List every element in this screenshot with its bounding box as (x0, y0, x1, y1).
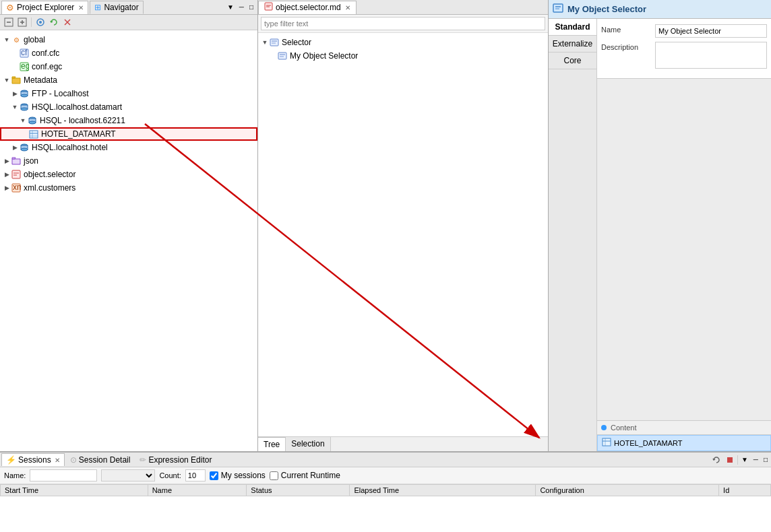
props-left-tabs: Standard Externalize Core (549, 19, 597, 451)
tab-session-detail[interactable]: ⊙ Session Detail (66, 454, 135, 466)
field-row-name: Name (601, 24, 767, 38)
field-name-input[interactable] (655, 24, 767, 38)
editor-tab-object-selector[interactable]: object.selector.md ✕ (258, 1, 357, 14)
object-selector-icon (11, 169, 22, 180)
sessions-count-input[interactable] (185, 469, 206, 481)
sessions-toolbar: Name: Count: My sessions Current Runtime (0, 467, 771, 484)
my-sessions-check-label[interactable]: My sessions (210, 471, 266, 480)
bottom-tab-bar: ⚡ Sessions ✕ ⊙ Session Detail ✏ Expressi… (0, 453, 771, 467)
field-desc-input[interactable] (655, 42, 767, 69)
tab-navigator-label: Navigator (104, 3, 138, 12)
content-header: Content (597, 420, 771, 435)
sessions-maximize-btn[interactable]: □ (762, 456, 770, 463)
expand-hsql-datamart[interactable]: ▼ (11, 104, 19, 110)
tree-item-object-selector[interactable]: ▶ object.selector (0, 168, 257, 181)
expand-xml-customers[interactable]: ▶ (3, 185, 11, 191)
sessions-name-input[interactable] (30, 469, 97, 481)
expand-ftp[interactable]: ▶ (11, 90, 19, 97)
close-sessions-tab[interactable]: ✕ (55, 457, 60, 464)
hsql-62211-icon (27, 115, 38, 126)
tree-label-xml-customers: xml.customers (24, 183, 75, 193)
sessions-stop-btn[interactable] (724, 454, 736, 466)
filter-input[interactable] (261, 17, 545, 30)
props-fields: Name Description (597, 19, 771, 78)
expand-metadata[interactable]: ▼ (3, 77, 11, 84)
tab-tree[interactable]: Tree (258, 437, 286, 451)
current-runtime-checkbox[interactable] (270, 471, 278, 480)
current-runtime-label: Current Runtime (281, 471, 340, 480)
field-row-description: Description (601, 42, 767, 69)
tab-standard[interactable]: Standard (549, 19, 596, 36)
json-icon (11, 156, 22, 166)
tree-item-metadata[interactable]: ▼ Metadata (0, 73, 257, 87)
tree-label-conf-egc: conf.egc (32, 62, 62, 71)
content-label: Content (611, 424, 637, 432)
expand-object-selector[interactable]: ▶ (3, 171, 11, 178)
col-name: Name (148, 485, 247, 496)
svg-point-19 (29, 121, 36, 124)
tree-label-hsql-62211: HSQL - localhost.62211 (40, 116, 125, 125)
new-connection-btn[interactable] (34, 16, 47, 28)
content-item[interactable]: HOTEL_DATAMART (597, 435, 771, 451)
expand-selector-root[interactable]: ▼ (261, 39, 269, 46)
tree-item-json[interactable]: ▶ json (0, 154, 257, 168)
sessions-filter-select[interactable] (101, 469, 155, 481)
collapse-all-btn[interactable] (3, 16, 15, 28)
tab-session-detail-label: Session Detail (79, 455, 131, 465)
svg-rect-44 (603, 438, 611, 446)
svg-rect-20 (30, 131, 38, 138)
editor-tree-my-object-selector[interactable]: My Object Selector (258, 49, 548, 63)
tree-item-ftp[interactable]: ▶ FTP - Localhost (0, 87, 257, 100)
refresh-btn[interactable] (48, 16, 60, 28)
editor-tree-selector-root[interactable]: ▼ Selector (258, 36, 548, 49)
tab-navigator[interactable]: ⊞ Navigator (90, 1, 143, 14)
tab-sessions-label: Sessions (18, 455, 51, 465)
expand-hsql-hotel[interactable]: ▶ (11, 144, 19, 151)
panel-minimize-btn[interactable]: ─ (237, 3, 247, 11)
my-sessions-checkbox[interactable] (210, 471, 218, 480)
expand-all-btn[interactable] (16, 16, 28, 28)
expand-global[interactable]: ▼ (3, 36, 11, 43)
tree-item-hsql-62211[interactable]: ▼ HSQL - localhost.62211 (0, 114, 257, 127)
tree-item-xml-customers[interactable]: ▶ xml xml.customers (0, 181, 257, 195)
tree-label-ftp: FTP - Localhost (32, 89, 88, 98)
tab-core-label: Core (563, 56, 581, 65)
tree-item-conf-cfc[interactable]: cf conf.cfc (0, 46, 257, 60)
tab-expression-editor-label: Expression Editor (148, 455, 212, 465)
tab-core[interactable]: Core (549, 53, 596, 69)
sessions-menu-btn[interactable]: ▼ (739, 456, 750, 463)
props-header: My Object Selector (549, 0, 771, 19)
tab-sessions[interactable]: ⚡ Sessions ✕ (1, 453, 65, 466)
svg-rect-41 (553, 4, 563, 12)
tab-project-explorer[interactable]: ⚙ Project Explorer ✕ (1, 1, 88, 14)
col-status: Status (247, 485, 350, 496)
selector-folder-icon (269, 37, 280, 48)
tree-item-conf-egc[interactable]: eg conf.egc (0, 60, 257, 73)
tab-selection[interactable]: Selection (286, 437, 330, 451)
editor-tree-content: ▼ Selector My Object Selector (258, 33, 548, 436)
current-runtime-check-label[interactable]: Current Runtime (270, 471, 340, 480)
tree-item-hsql-datamart[interactable]: ▼ HSQL.localhost.datamart (0, 100, 257, 114)
close-project-explorer[interactable]: ✕ (78, 4, 84, 11)
svg-text:cf: cf (21, 48, 28, 57)
expand-json[interactable]: ▶ (3, 158, 11, 164)
sessions-panel: ⚡ Sessions ✕ ⊙ Session Detail ✏ Expressi… (0, 451, 771, 532)
panel-maximize-btn[interactable]: □ (247, 3, 256, 11)
tab-tree-label: Tree (264, 440, 280, 449)
tree-label-hsql-datamart: HSQL.localhost.datamart (32, 102, 122, 112)
expand-hsql-62211[interactable]: ▼ (19, 117, 27, 124)
delete-btn[interactable] (61, 16, 73, 28)
close-editor-tab[interactable]: ✕ (345, 4, 350, 11)
tree-item-global[interactable]: ▼ ⚙ global (0, 33, 257, 46)
panel-menu-btn[interactable]: ▼ (224, 3, 237, 11)
tree-item-hotel-datamart[interactable]: HOTEL_DATAMART (0, 127, 257, 141)
svg-point-16 (21, 108, 28, 110)
tree-label-global: global (24, 35, 45, 44)
tab-externalize[interactable]: Externalize (549, 36, 596, 53)
editor-tab-label: object.selector.md (276, 3, 341, 12)
sessions-refresh-btn[interactable] (710, 454, 722, 466)
tree-item-hsql-hotel[interactable]: ▶ HSQL.localhost.hotel (0, 141, 257, 154)
tab-selection-label: Selection (291, 439, 324, 448)
sessions-minimize-btn[interactable]: ─ (751, 456, 760, 463)
tab-expression-editor[interactable]: ✏ Expression Editor (135, 454, 216, 466)
